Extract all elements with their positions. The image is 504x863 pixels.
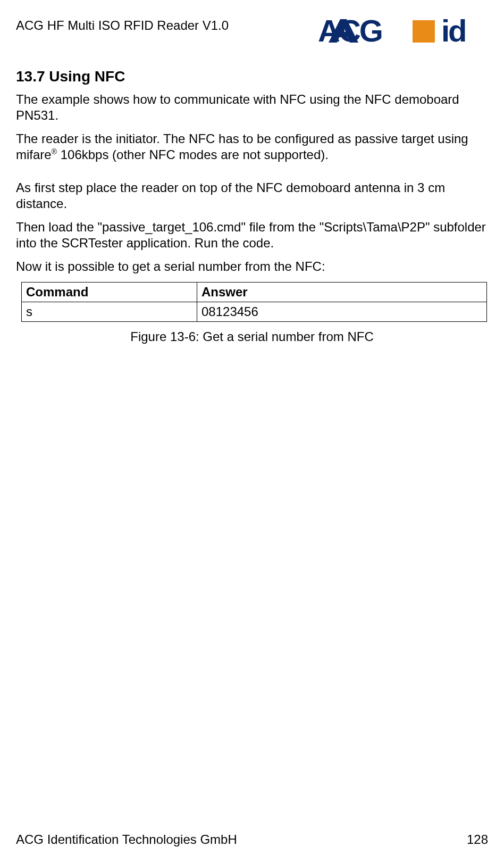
- registered-mark: ®: [52, 147, 57, 156]
- document-title: ACG HF Multi ISO RFID Reader V1.0: [16, 16, 229, 33]
- logo-main-text: ACG: [318, 16, 382, 47]
- table-cell-answer: 08123456: [197, 302, 487, 322]
- section-heading: 13.7 Using NFC: [16, 68, 488, 85]
- paragraph-intro: The example shows how to communicate wit…: [16, 92, 488, 123]
- paragraph-step3: Now it is possible to get a serial numbe…: [16, 259, 488, 275]
- figure-caption: Figure 13-6: Get a serial number from NF…: [16, 329, 488, 344]
- paragraph-step2: Then load the "passive_target_106.cmd" f…: [16, 219, 488, 251]
- acg-logo: ACG id: [318, 16, 488, 47]
- table-cell-command: s: [22, 302, 197, 322]
- table-row: Command Answer: [22, 283, 487, 302]
- command-table: Command Answer s 08123456: [21, 282, 487, 322]
- page-header: ACG HF Multi ISO RFID Reader V1.0 ACG id: [16, 16, 488, 47]
- paragraph-initiator-b: 106kbps (other NFC modes are not support…: [57, 147, 329, 162]
- svg-rect-1: [413, 20, 435, 43]
- table-header-answer: Answer: [197, 283, 487, 302]
- acg-logo-icon: ACG id: [318, 16, 488, 47]
- paragraph-initiator: The reader is the initiator. The NFC has…: [16, 131, 488, 163]
- page-footer: ACG Identification Technologies GmbH 128: [16, 832, 488, 847]
- paragraph-step1: As first step place the reader on top of…: [16, 180, 488, 212]
- footer-page-number: 128: [467, 832, 488, 847]
- table-row: s 08123456: [22, 302, 487, 322]
- table-header-command: Command: [22, 283, 197, 302]
- footer-org: ACG Identification Technologies GmbH: [16, 832, 237, 847]
- logo-side-text: id: [441, 16, 466, 47]
